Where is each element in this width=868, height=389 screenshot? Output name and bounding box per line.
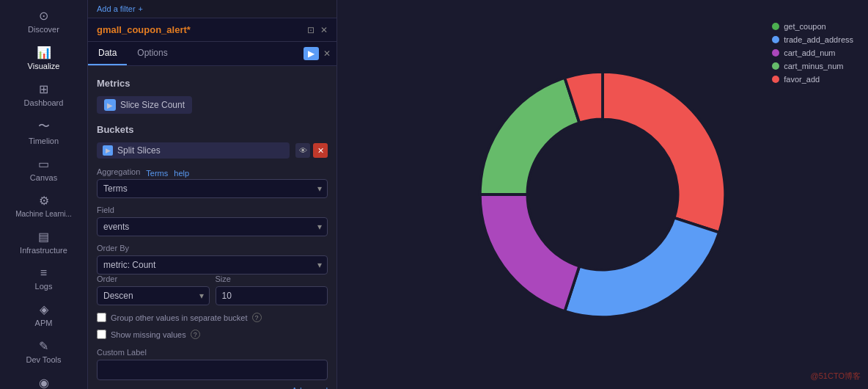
visualize-icon: 📊	[37, 46, 51, 59]
field-select-wrapper: events	[97, 217, 328, 236]
metric-label: Slice Size Count	[120, 100, 185, 110]
sidebar-label-ml: Machine Learni...	[15, 210, 72, 218]
group-other-info-icon[interactable]: ?	[252, 313, 262, 322]
show-missing-label: Show missing values	[111, 330, 186, 339]
order-by-select[interactable]: metric: Count	[97, 255, 328, 275]
show-missing-info-icon[interactable]: ?	[191, 330, 200, 339]
field-label: Field	[97, 206, 328, 214]
panel-title: gmall_coupon_alert*	[97, 24, 191, 35]
sidebar-item-monitoring[interactable]: ◉ Monitoring	[0, 370, 87, 389]
timelion-icon: 〜	[38, 119, 50, 134]
sidebar-label-logs: Logs	[35, 282, 53, 291]
sidebar-item-timelion[interactable]: 〜 Timelion	[0, 113, 87, 151]
legend-item-cart-minus: cart_minus_num	[772, 62, 853, 70]
show-missing-row: Show missing values ?	[97, 330, 328, 339]
terms-link[interactable]: Terms	[146, 169, 168, 178]
order-select[interactable]: Descen	[97, 286, 210, 305]
chart-legend: get_coupon trade_add_address cart_add_nu…	[772, 22, 853, 84]
sidebar-label-apm: APM	[35, 319, 53, 327]
field-select[interactable]: events	[97, 217, 328, 236]
sidebar-item-ml[interactable]: ⚙ Machine Learni...	[0, 188, 87, 224]
help-link[interactable]: help	[174, 169, 189, 178]
legend-dot-cart-add	[772, 49, 779, 57]
eye-button[interactable]: 👁	[295, 143, 310, 158]
sidebar: ⊙ Discover 📊 Visualize ⊞ Dashboard 〜 Tim…	[0, 0, 88, 389]
metric-icon: ▶	[104, 99, 116, 111]
order-by-label: Order By	[97, 244, 328, 252]
donut-chart	[463, 55, 742, 334]
order-size-row: Order Descen Size	[97, 275, 328, 305]
sidebar-label-canvas: Canvas	[30, 173, 57, 182]
custom-label-title: Custom Label	[97, 348, 328, 357]
tabs: Data Options ▶ ✕	[88, 42, 336, 66]
sidebar-label-infrastructure: Infrastructure	[20, 246, 67, 255]
remove-bucket-button[interactable]: ✕	[313, 143, 328, 158]
buckets-header: Buckets	[97, 124, 328, 135]
close-icon[interactable]: ✕	[320, 25, 328, 35]
size-input[interactable]	[216, 286, 328, 305]
donut-chart-svg	[463, 55, 742, 334]
sidebar-item-dashboard[interactable]: ⊞ Dashboard	[0, 76, 87, 113]
panel-title-text: gmall_coupon_alert	[97, 24, 187, 35]
legend-dot-trade	[772, 36, 779, 43]
legend-dot-favor	[772, 76, 779, 83]
sidebar-item-logs[interactable]: ≡ Logs	[0, 261, 87, 297]
group-other-checkbox[interactable]	[97, 313, 106, 322]
metrics-title: Metrics	[97, 78, 328, 89]
canvas-icon: ▭	[38, 157, 49, 171]
legend-item-cart-add: cart_add_num	[772, 48, 853, 57]
play-icon[interactable]: ▶	[304, 47, 319, 60]
legend-dot-cart-minus	[772, 62, 779, 70]
ml-icon: ⚙	[39, 194, 49, 208]
sidebar-label-discover: Discover	[28, 25, 59, 34]
advanced-link[interactable]: ◂ Advanced	[97, 386, 328, 389]
config-panel: Add a filter + gmall_coupon_alert* ⊡ ✕ D…	[88, 0, 337, 389]
apm-icon: ◈	[40, 302, 48, 316]
expand-icon[interactable]: ⊡	[307, 25, 315, 35]
bucket-row: ▶ Split Slices 👁 ✕	[97, 142, 328, 159]
close-tab-icon[interactable]: ✕	[323, 48, 331, 59]
sidebar-item-infrastructure[interactable]: ▤ Infrastructure	[0, 224, 87, 261]
metric-pill[interactable]: ▶ Slice Size Count	[97, 96, 192, 114]
sidebar-item-canvas[interactable]: ▭ Canvas	[0, 151, 87, 188]
panel-header: gmall_coupon_alert* ⊡ ✕	[88, 18, 336, 42]
plus-icon: +	[139, 4, 143, 13]
show-missing-checkbox[interactable]	[97, 330, 106, 339]
custom-label-input[interactable]	[97, 360, 328, 380]
devtools-icon: ✎	[39, 339, 48, 353]
monitoring-icon: ◉	[39, 376, 49, 389]
sidebar-label-timelion: Timelion	[29, 137, 59, 145]
group-other-row: Group other values in separate bucket ?	[97, 313, 328, 322]
tab-data[interactable]: Data	[88, 42, 127, 65]
order-by-select-wrapper: metric: Count	[97, 255, 328, 275]
infrastructure-icon: ▤	[38, 230, 49, 244]
aggregation-label-row: Aggregation Terms help	[97, 167, 328, 179]
bucket-label: Split Slices	[117, 145, 161, 156]
sidebar-item-apm[interactable]: ◈ APM	[0, 297, 87, 333]
bucket-pill[interactable]: ▶ Split Slices	[97, 142, 290, 159]
sidebar-item-visualize[interactable]: 📊 Visualize	[0, 40, 87, 76]
sidebar-label-devtools: Dev Tools	[26, 355, 61, 364]
legend-label-trade: trade_add_address	[784, 35, 853, 44]
group-other-label: Group other values in separate bucket	[111, 313, 248, 322]
order-group: Order Descen	[97, 275, 210, 305]
sidebar-item-devtools[interactable]: ✎ Dev Tools	[0, 333, 87, 370]
legend-item-get-coupon: get_coupon	[772, 22, 853, 31]
legend-item-trade: trade_add_address	[772, 35, 853, 44]
order-label: Order	[97, 275, 210, 283]
sidebar-item-discover[interactable]: ⊙ Discover	[0, 3, 87, 40]
legend-label-get-coupon: get_coupon	[784, 22, 826, 31]
legend-label-cart-minus: cart_minus_num	[784, 62, 843, 70]
buckets-title: Buckets	[97, 124, 134, 135]
filter-bar[interactable]: Add a filter +	[88, 0, 336, 18]
tab-options[interactable]: Options	[127, 42, 177, 65]
dashboard-icon: ⊞	[39, 82, 48, 96]
size-group: Size	[216, 275, 328, 305]
logs-icon: ≡	[40, 266, 47, 280]
sidebar-label-dashboard: Dashboard	[24, 98, 64, 107]
sidebar-label-visualize: Visualize	[28, 62, 60, 70]
aggregation-select[interactable]: Terms	[97, 179, 328, 198]
watermark: @51CTO博客	[811, 371, 861, 382]
add-filter-label: Add a filter	[97, 4, 136, 13]
bucket-actions: 👁 ✕	[295, 143, 328, 158]
